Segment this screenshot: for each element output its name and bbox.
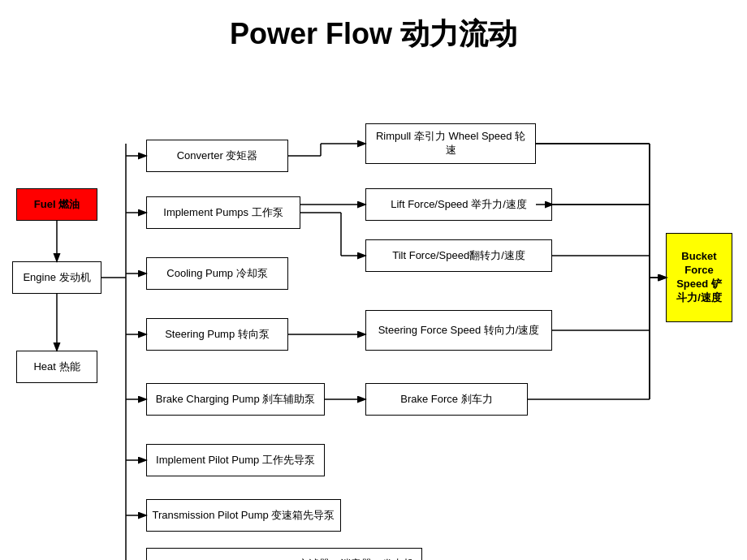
brake-charging-box: Brake Charging Pump 刹车辅助泵: [146, 383, 325, 416]
diagram: Fuel 燃油 Engine 发动机 Heat 热能 Converter 变矩器…: [0, 62, 747, 560]
cooling-pump-box: Cooling Pump 冷却泵: [146, 257, 288, 290]
converter-box: Converter 变矩器: [146, 140, 288, 172]
page-title: Power Flow 动力流动: [0, 0, 747, 62]
steering-pump-box: Steering Pump 转向泵: [146, 318, 288, 351]
fuel-box: Fuel 燃油: [16, 188, 97, 221]
air-cleaner-box: Air Cleaner, Muffler, Alternator 空滤器，消音器…: [146, 548, 422, 560]
tilt-force-box: Tilt Force/Speed翻转力/速度: [365, 239, 552, 272]
rimpull-box: Rimpull 牵引力 Wheel Speed 轮速: [365, 123, 536, 164]
implement-pilot-box: Implement Pilot Pump 工作先导泵: [146, 444, 325, 476]
bucket-box: Bucket Force Speed 铲斗力/速度: [666, 233, 732, 322]
transmission-pilot-box: Transmission Pilot Pump 变速箱先导泵: [146, 499, 341, 532]
engine-box: Engine 发动机: [12, 261, 101, 294]
brake-force-box: Brake Force 刹车力: [365, 383, 528, 416]
heat-box: Heat 热能: [16, 351, 97, 383]
lift-force-box: Lift Force/Speed 举升力/速度: [365, 188, 552, 221]
implement-pumps-box: Implement Pumps 工作泵: [146, 196, 300, 229]
steering-force-box: Steering Force Speed 转向力/速度: [365, 310, 552, 351]
